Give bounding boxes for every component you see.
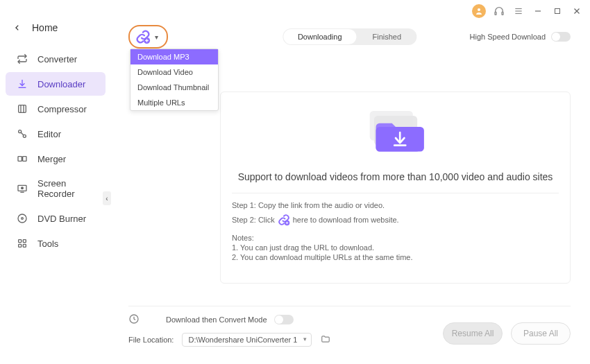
- tools-icon: [17, 238, 28, 249]
- note-2: 2. You can download multiple URLs at the…: [232, 253, 559, 261]
- dropdown-item-mp3[interactable]: Download MP3: [130, 49, 218, 64]
- add-download-dropdown: Download MP3 Download Video Download Thu…: [130, 49, 219, 111]
- svg-line-15: [21, 132, 24, 135]
- step-2: Step 2: Click here to download from webs…: [232, 214, 559, 226]
- converter-icon: [17, 53, 28, 64]
- step-1: Step 1: Copy the link from the audio or …: [232, 201, 559, 209]
- dvd-burner-icon: [17, 213, 28, 224]
- history-icon[interactable]: [128, 313, 140, 326]
- sidebar-item-label: Converter: [37, 54, 77, 64]
- svg-rect-25: [19, 244, 22, 247]
- svg-rect-7: [555, 9, 560, 14]
- file-location-select[interactable]: D:\Wondershare UniConverter 1: [182, 333, 312, 347]
- screen-recorder-icon: [17, 183, 28, 194]
- hsd-toggle[interactable]: [551, 32, 571, 42]
- svg-point-22: [22, 218, 24, 220]
- divider: [232, 193, 559, 193]
- svg-rect-2: [502, 12, 503, 15]
- sidebar-item-label: Downloader: [37, 79, 85, 89]
- sidebar-item-tools[interactable]: Tools: [6, 232, 106, 255]
- link-plus-icon: [278, 214, 290, 226]
- chevron-left-icon: [14, 24, 21, 31]
- svg-rect-16: [18, 157, 22, 162]
- footer: Download then Convert Mode File Location…: [128, 306, 571, 354]
- sidebar-item-label: Merger: [37, 154, 66, 164]
- support-text: Support to download videos from more tha…: [232, 170, 559, 184]
- toolbar: ▾ Downloading Finished High Speed Downlo…: [128, 23, 571, 51]
- svg-point-0: [478, 8, 480, 11]
- sidebar-item-label: Screen Recorder: [37, 178, 94, 199]
- svg-rect-10: [19, 105, 26, 113]
- svg-point-19: [22, 187, 24, 189]
- sidebar: Home Converter Downloader Compressor Edi…: [0, 0, 111, 364]
- compressor-icon: [17, 103, 28, 114]
- close-icon[interactable]: [571, 5, 583, 17]
- sidebar-item-compressor[interactable]: Compressor: [6, 97, 106, 121]
- svg-rect-26: [23, 244, 26, 247]
- hsd-label: High Speed Download: [470, 33, 546, 41]
- maximize-icon[interactable]: [551, 5, 564, 17]
- resume-all-button[interactable]: Resume All: [443, 322, 503, 345]
- svg-rect-17: [23, 157, 26, 162]
- merger-icon: [17, 153, 28, 164]
- editor-icon: [17, 128, 28, 139]
- sidebar-collapse-toggle[interactable]: ‹: [103, 191, 111, 205]
- note-1: 1. You can just drag the URL to download…: [232, 243, 559, 252]
- high-speed-download: High Speed Download: [470, 32, 571, 42]
- file-location-label: File Location:: [128, 336, 174, 344]
- add-download-button[interactable]: ▾: [128, 25, 168, 49]
- sidebar-item-dvd-burner[interactable]: DVD Burner: [6, 207, 106, 230]
- sidebar-item-editor[interactable]: Editor: [6, 122, 106, 146]
- tab-group: Downloading Finished: [283, 28, 416, 45]
- sidebar-item-label: Tools: [37, 239, 58, 249]
- convert-mode-label: Download then Convert Mode: [166, 315, 267, 324]
- minimize-icon[interactable]: [532, 5, 544, 17]
- downloader-icon: [17, 78, 28, 89]
- sidebar-item-label: Editor: [37, 129, 61, 139]
- tab-downloading[interactable]: Downloading: [283, 29, 357, 44]
- svg-rect-23: [19, 240, 22, 243]
- dropdown-item-multiple-urls[interactable]: Multiple URLs: [130, 95, 218, 110]
- window-titlebar: [472, 4, 583, 18]
- sidebar-item-screen-recorder[interactable]: Screen Recorder: [6, 172, 106, 205]
- svg-rect-1: [495, 12, 496, 15]
- back-label: Home: [32, 22, 58, 33]
- back-home[interactable]: Home: [0, 15, 111, 46]
- svg-point-21: [18, 214, 26, 223]
- convert-mode-toggle[interactable]: [274, 315, 294, 324]
- content-card: Support to download videos from more tha…: [220, 92, 571, 284]
- notes-label: Notes:: [232, 234, 559, 242]
- dropdown-item-video[interactable]: Download Video: [130, 64, 218, 80]
- headset-icon[interactable]: [493, 5, 505, 17]
- sidebar-item-label: DVD Burner: [37, 214, 86, 224]
- pause-all-button[interactable]: Pause All: [511, 322, 571, 345]
- menu-icon[interactable]: [512, 5, 525, 17]
- sidebar-item-label: Compressor: [37, 104, 87, 114]
- sidebar-item-merger[interactable]: Merger: [6, 147, 106, 171]
- chevron-down-icon: ▾: [155, 33, 158, 41]
- svg-rect-24: [23, 240, 26, 243]
- user-avatar-icon[interactable]: [472, 4, 486, 18]
- sidebar-item-converter[interactable]: Converter: [6, 47, 106, 71]
- dropdown-item-thumbnail[interactable]: Download Thumbnail: [130, 80, 218, 95]
- download-folder-icon: [357, 105, 434, 163]
- link-plus-icon: [135, 29, 151, 44]
- tab-finished[interactable]: Finished: [357, 28, 417, 45]
- sidebar-item-downloader[interactable]: Downloader: [6, 72, 106, 96]
- main-panel: ▾ Downloading Finished High Speed Downlo…: [116, 21, 583, 357]
- open-folder-icon[interactable]: [320, 334, 331, 345]
